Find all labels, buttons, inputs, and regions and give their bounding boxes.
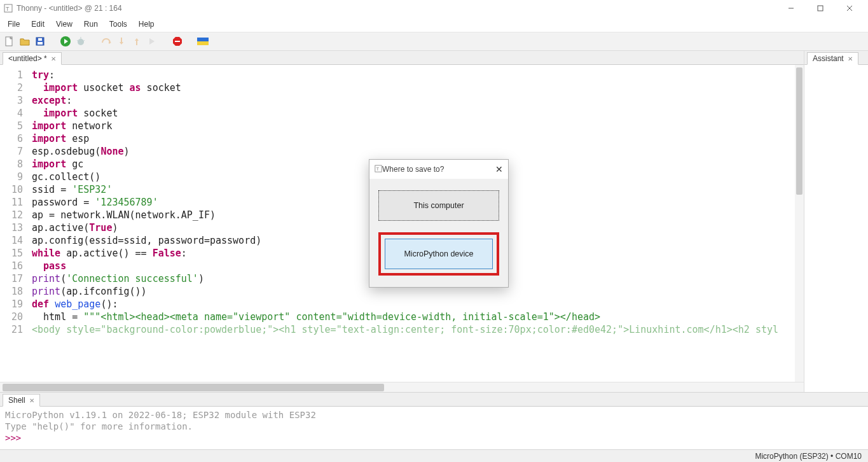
menu-bar: File Edit View Run Tools Help [0,17,868,32]
tab-label: Shell [8,396,25,405]
svg-rect-10 [38,38,42,41]
menu-help[interactable]: Help [134,18,160,31]
minimize-button[interactable] [776,0,806,17]
app-icon: T [375,165,382,174]
shell-tab[interactable]: Shell ✕ [3,394,40,407]
tab-close-icon[interactable]: ✕ [51,55,56,62]
svg-rect-9 [38,42,43,45]
shell-body[interactable]: MicroPython v1.19.1 on 2022-06-18; ESP32… [0,407,868,449]
svg-rect-26 [197,41,209,45]
open-file-icon[interactable] [19,36,31,47]
svg-marker-22 [149,38,155,45]
stop-icon[interactable] [172,36,183,47]
shell-pane: Shell ✕ MicroPython v1.19.1 on 2022-06-1… [0,392,868,449]
run-icon[interactable] [60,36,71,47]
tab-close-icon[interactable]: ✕ [848,55,853,62]
window-title: Thonny - <untitled> @ 21 : 164 [17,4,122,13]
svg-text:T: T [6,6,10,12]
svg-line-16 [83,40,85,41]
step-out-icon[interactable] [131,36,142,47]
window-controls [776,0,864,17]
save-micropython-button[interactable]: MicroPython device [385,239,493,269]
menu-run[interactable]: Run [79,18,103,31]
svg-line-15 [77,40,78,41]
shell-line: Type "help()" for more information. [5,421,863,432]
flag-icon[interactable] [197,36,209,47]
menu-tools[interactable]: Tools [104,18,132,31]
assistant-body [804,65,868,392]
assistant-tab[interactable]: Assistant ✕ [807,52,858,65]
shell-prompt: >>> [5,433,21,443]
step-into-icon[interactable] [116,36,127,47]
dialog-close-icon[interactable]: ✕ [495,164,503,174]
step-over-icon[interactable] [100,36,112,47]
editor-vertical-scrollbar[interactable] [795,65,804,382]
resume-icon[interactable] [146,36,158,47]
window-titlebar: T Thonny - <untitled> @ 21 : 164 [0,0,868,17]
dialog-titlebar: T Where to save to? ✕ [369,160,508,179]
svg-rect-24 [175,41,180,42]
button-label: MicroPython device [404,249,473,258]
close-button[interactable] [835,0,864,17]
toolbar [0,32,868,51]
save-this-computer-button[interactable]: This computer [378,190,499,221]
svg-rect-3 [818,6,823,11]
save-location-dialog: T Where to save to? ✕ This computer Micr… [369,159,509,288]
menu-view[interactable]: View [51,18,78,31]
debug-icon[interactable] [75,36,86,47]
svg-marker-19 [120,42,123,45]
menu-edit[interactable]: Edit [26,18,50,31]
editor-horizontal-scrollbar[interactable] [0,382,804,392]
svg-text:T: T [376,166,380,172]
tab-close-icon[interactable]: ✕ [29,397,34,404]
save-file-icon[interactable] [34,36,46,47]
app-icon: T [4,4,13,13]
editor-tab-untitled[interactable]: <untitled> * ✕ [3,52,62,65]
shell-line: MicroPython v1.19.1 on 2022-06-18; ESP32… [5,409,863,421]
interpreter-status[interactable]: MicroPython (ESP32) • COM10 [755,452,862,461]
menu-file[interactable]: File [3,18,25,31]
tab-label: <untitled> * [8,54,47,63]
maximize-button[interactable] [806,0,835,17]
line-number-gutter: 123456789101112131415161718192021 [0,65,27,382]
editor-tabs: <untitled> * ✕ [0,51,804,65]
new-file-icon[interactable] [4,36,15,47]
svg-rect-25 [197,38,209,41]
assistant-pane: Assistant ✕ [804,51,868,392]
tab-label: Assistant [813,54,844,63]
svg-marker-21 [135,38,139,41]
save-micropython-highlight: MicroPython device [378,232,499,276]
status-bar: MicroPython (ESP32) • COM10 [0,449,868,462]
button-label: This computer [413,201,464,210]
svg-point-13 [78,39,84,45]
dialog-title: Where to save to? [382,165,444,174]
